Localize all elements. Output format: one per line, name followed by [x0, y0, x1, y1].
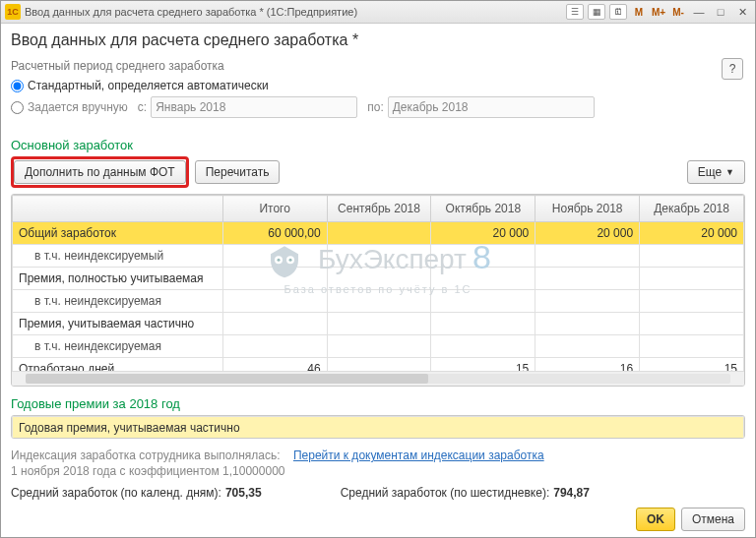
radio-manual[interactable] [11, 101, 24, 114]
m-button[interactable]: M [631, 5, 647, 19]
annual-section-title: Годовые премии за 2018 год [11, 396, 745, 411]
table-row[interactable]: Годовая премия, учитываемая частично [13, 417, 744, 439]
more-button[interactable]: Еще▼ [687, 160, 745, 184]
titlebar: 1C Ввод данных для расчета среднего зара… [1, 1, 755, 24]
table-row[interactable]: в т.ч. неиндексируемая [13, 335, 744, 358]
avg-sixday-label: Средний заработок (по шестидневке): [341, 486, 550, 500]
to-label: по: [367, 100, 384, 114]
recalc-button[interactable]: Перечитать [195, 160, 281, 184]
app-logo-icon: 1C [5, 4, 21, 20]
horizontal-scrollbar[interactable] [12, 371, 744, 386]
indexation-line-2: 1 ноября 2018 года с коэффициентом 1,100… [11, 464, 745, 478]
toolbar-icon-2[interactable]: ▦ [588, 4, 605, 20]
maximize-icon[interactable]: □ [712, 5, 729, 19]
earnings-table: Итого Сентябрь 2018 Октябрь 2018 Ноябрь … [11, 194, 745, 387]
table-row[interactable]: Общий заработок60 000,0020 00020 00020 0… [13, 222, 744, 245]
m-minus-button[interactable]: M- [670, 5, 686, 19]
fill-by-fot-button[interactable]: Дополнить по данным ФОТ [14, 160, 186, 184]
radio-standard-label: Стандартный, определяется автоматически [28, 79, 269, 92]
from-label: с: [138, 100, 147, 114]
avg-calendar-value: 705,35 [225, 486, 262, 500]
toolbar-icon-3[interactable]: 🗓 [609, 4, 627, 20]
table-row[interactable]: в т.ч. неиндексируемая [13, 290, 744, 313]
indexation-link[interactable]: Перейти к документам индексации заработк… [293, 448, 544, 462]
radio-standard[interactable] [11, 80, 24, 92]
chevron-down-icon: ▼ [725, 167, 734, 177]
table-row[interactable]: Премия, полностью учитываемая [13, 268, 744, 290]
period-from-field[interactable]: Январь 2018 [151, 96, 357, 118]
table-row[interactable]: в т.ч. неиндексируемый [13, 245, 744, 268]
toolbar-icon-1[interactable]: ☰ [566, 4, 584, 20]
minimize-icon[interactable]: — [690, 5, 708, 19]
table-row[interactable]: Отработано дней46151615 [13, 358, 744, 372]
table-row[interactable]: Премия, учитываемая частично [13, 313, 744, 335]
ok-button[interactable]: OK [636, 508, 675, 531]
period-label: Расчетный период среднего заработка [11, 59, 745, 73]
page-title: Ввод данных для расчета среднего заработ… [11, 31, 745, 49]
radio-manual-label: Задается вручную [28, 100, 128, 114]
help-button[interactable]: ? [722, 58, 743, 80]
table-header-row: Итого Сентябрь 2018 Октябрь 2018 Ноябрь … [13, 196, 744, 222]
avg-sixday-value: 794,87 [553, 486, 590, 500]
m-plus-button[interactable]: M+ [651, 5, 666, 19]
annual-table: Годовая премия, учитываемая частично [11, 415, 745, 439]
indexation-line-1: Индексация заработка сотрудника выполнял… [11, 448, 745, 462]
close-icon[interactable]: ✕ [733, 5, 751, 19]
main-section-title: Основной заработок [11, 138, 745, 152]
period-to-field[interactable]: Декабрь 2018 [388, 96, 595, 118]
window-title: Ввод данных для расчета среднего заработ… [25, 6, 357, 18]
avg-calendar-label: Средний заработок (по календ. дням): [11, 486, 221, 500]
cancel-button[interactable]: Отмена [681, 508, 745, 531]
